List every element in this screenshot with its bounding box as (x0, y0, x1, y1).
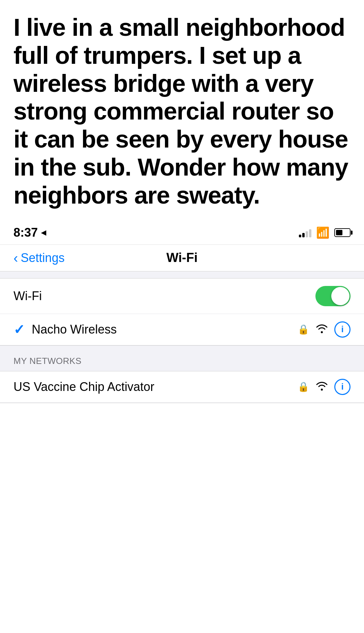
my-networks-group: US Vaccine Chip Activator 🔒 i (0, 371, 364, 403)
status-bar-left: 8:37 ◂ (13, 226, 46, 240)
network-info-button[interactable]: i (334, 321, 351, 338)
lock-icon-0: 🔒 (298, 381, 309, 392)
connected-network-right: 🔒 i (298, 321, 351, 338)
wifi-label: Wi-Fi (13, 289, 42, 303)
connected-network-name: Nacho Wireless (32, 322, 117, 337)
settings-section: Wi-Fi ✓ Nacho Wireless 🔒 (0, 271, 364, 403)
connected-network-left: ✓ Nacho Wireless (13, 322, 117, 337)
chevron-left-icon: ‹ (13, 251, 18, 265)
info-icon-0: i (341, 381, 343, 392)
lock-icon: 🔒 (298, 324, 309, 335)
toggle-knob (331, 287, 349, 305)
status-bar: 8:37 ◂ 📶 (0, 219, 364, 245)
my-networks-header: MY NETWORKS (0, 346, 364, 371)
battery-icon (334, 228, 351, 237)
my-networks-section: MY NETWORKS US Vaccine Chip Activator 🔒 (0, 346, 364, 403)
wifi-toggle-group: Wi-Fi ✓ Nacho Wireless 🔒 (0, 278, 364, 346)
wifi-toggle[interactable] (315, 286, 351, 306)
wifi-signal-icon (315, 323, 328, 336)
status-bar-right: 📶 (299, 226, 351, 239)
time: 8:37 (13, 226, 38, 240)
wifi-toggle-row[interactable]: Wi-Fi (0, 279, 364, 314)
navigation-bar: ‹ Settings Wi-Fi (0, 245, 364, 271)
info-icon: i (341, 324, 343, 335)
my-network-left-0: US Vaccine Chip Activator (13, 380, 155, 394)
back-button[interactable]: ‹ Settings (13, 251, 64, 265)
post-content: I live in a small neighborhood full of t… (0, 0, 364, 219)
my-network-info-button-0[interactable]: i (334, 379, 351, 395)
page-title: Wi-Fi (166, 250, 198, 265)
location-icon: ◂ (41, 227, 46, 238)
signal-bars-icon (299, 228, 311, 237)
connected-network-row[interactable]: ✓ Nacho Wireless 🔒 i (0, 314, 364, 345)
my-network-name-0: US Vaccine Chip Activator (13, 380, 155, 394)
my-network-row-0[interactable]: US Vaccine Chip Activator 🔒 i (0, 371, 364, 403)
post-text: I live in a small neighborhood full of t… (13, 14, 351, 209)
wifi-status-icon: 📶 (316, 226, 330, 239)
back-label: Settings (21, 251, 64, 265)
checkmark-icon: ✓ (13, 322, 25, 337)
my-network-right-0: 🔒 i (298, 379, 351, 395)
wifi-signal-icon-0 (315, 380, 328, 393)
